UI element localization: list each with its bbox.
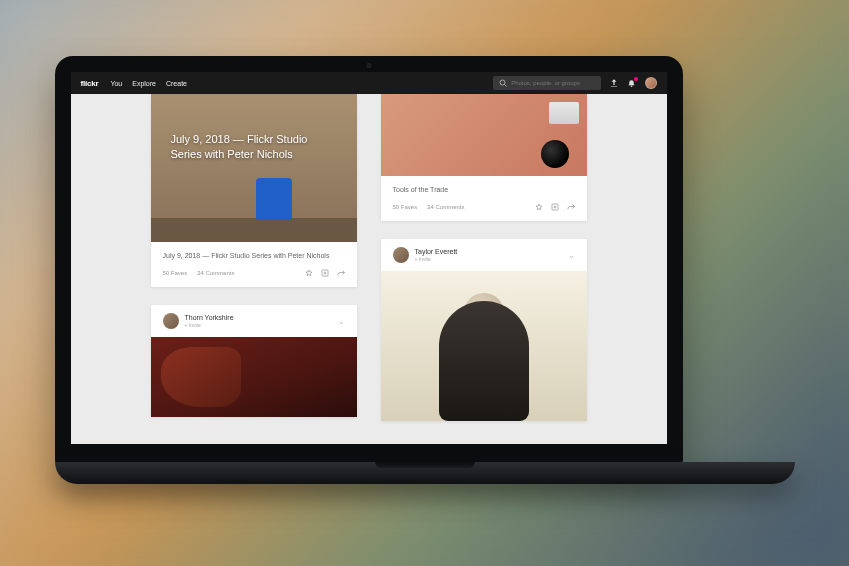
author-header: Taylor Everett + Invite ⌄ [381,239,587,271]
nav-create[interactable]: Create [166,80,187,87]
share-icon[interactable] [337,269,345,277]
faves-count[interactable]: 50 Faves [163,270,188,276]
brand-logo[interactable]: flickr [81,79,99,88]
photo-card: Tools of the Trade 50 Faves 24 Comments [381,94,587,221]
photo-hero[interactable] [381,94,587,176]
fave-icon[interactable] [535,203,543,211]
overlay-title: July 9, 2018 — Flickr Studio Series with… [171,132,337,163]
photo-card: Taylor Everett + Invite ⌄ [381,239,587,421]
card-menu-icon[interactable]: ⌄ [568,251,575,260]
upload-icon[interactable] [609,78,619,88]
photo-hero[interactable]: July 9, 2018 — Flickr Studio Series with… [151,94,357,242]
svg-line-1 [504,85,506,87]
author-sublabel[interactable]: + Invite [185,322,234,328]
photo-caption: July 9, 2018 — Flickr Studio Series with… [163,252,345,259]
photo-hero[interactable] [151,337,357,417]
photo-card: Thorn Yorkshire + Invite ⌄ [151,305,357,417]
nav-you[interactable]: You [110,80,122,87]
primary-nav: You Explore Create [110,80,187,87]
user-avatar[interactable] [645,77,657,89]
svg-point-0 [500,80,505,85]
topbar: flickr You Explore Create [71,72,667,94]
nav-explore[interactable]: Explore [132,80,156,87]
photo-card: July 9, 2018 — Flickr Studio Series with… [151,94,357,287]
author-name[interactable]: Thorn Yorkshire [185,314,234,322]
card-menu-icon[interactable]: ⌄ [338,317,345,326]
search-input[interactable] [511,80,594,86]
search-icon [499,78,508,88]
author-sublabel[interactable]: + Invite [415,256,458,262]
author-avatar[interactable] [163,313,179,329]
photo-caption: Tools of the Trade [393,186,575,193]
comments-count[interactable]: 24 Comments [197,270,234,276]
add-icon[interactable] [321,269,329,277]
faves-count[interactable]: 50 Faves [393,204,418,210]
comments-count[interactable]: 24 Comments [427,204,464,210]
fave-icon[interactable] [305,269,313,277]
notifications-icon[interactable] [627,78,637,88]
add-icon[interactable] [551,203,559,211]
photo-feed: July 9, 2018 — Flickr Studio Series with… [71,94,667,444]
share-icon[interactable] [567,203,575,211]
author-header: Thorn Yorkshire + Invite ⌄ [151,305,357,337]
photo-hero[interactable] [381,271,587,421]
search-bar[interactable] [493,76,601,90]
author-name[interactable]: Taylor Everett [415,248,458,256]
author-avatar[interactable] [393,247,409,263]
